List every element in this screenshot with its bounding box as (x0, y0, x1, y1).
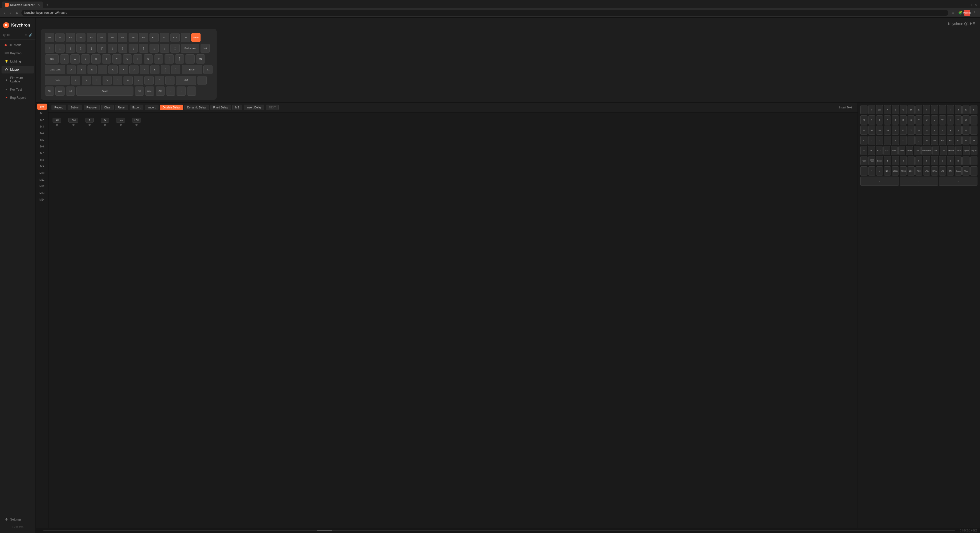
key-3[interactable]: #3 (76, 44, 86, 53)
timeline-key-4[interactable]: 1ms (116, 118, 125, 123)
key-2[interactable]: @2 (66, 44, 75, 53)
key-f1[interactable]: F1 (56, 33, 65, 42)
disable-delay-button[interactable]: Disable Delay (160, 105, 183, 110)
key-f8[interactable]: F8 (129, 33, 138, 42)
key-f10[interactable]: F10 (150, 33, 159, 42)
panel-key-minus4[interactable]: - (970, 166, 977, 175)
panel-key-blank[interactable] (860, 105, 867, 114)
macro-item-m12[interactable]: M12 (37, 183, 47, 189)
key-capslock[interactable]: Caps Lock (45, 65, 65, 74)
key-f9[interactable]: F9 (139, 33, 148, 42)
key-4[interactable]: $4 (87, 44, 96, 53)
panel-key-dot2[interactable]: . (860, 166, 867, 175)
key-m1[interactable]: M1 (196, 54, 205, 64)
panel-key-lctrl2[interactable]: LCtrl (908, 166, 915, 175)
macro-item-m5[interactable]: M5 (37, 137, 47, 143)
key-0[interactable]: )0 (150, 44, 159, 53)
panel-key-pf5[interactable]: F5 (955, 136, 962, 145)
back-button[interactable]: ‹ (3, 10, 6, 16)
panel-key-pgdn[interactable]: PgDn (970, 146, 977, 155)
panel-key-x[interactable]: X (947, 115, 954, 124)
key-f6[interactable]: F6 (108, 33, 117, 42)
key-1[interactable]: !1 (56, 44, 65, 53)
panel-key-pf3[interactable]: F3 (939, 136, 946, 145)
panel-key-lt[interactable]: < (900, 136, 907, 145)
panel-key-num4[interactable]: 4 (908, 156, 915, 165)
panel-key-tilde2[interactable]: ~` (860, 136, 867, 145)
panel-key-blank2[interactable] (970, 126, 977, 135)
key-lbracket[interactable]: {[ (165, 54, 174, 64)
panel-key-q[interactable]: Q (892, 115, 899, 124)
key-rbracket[interactable]: }] (175, 54, 184, 64)
panel-key-dollar4[interactable]: $4 (876, 126, 883, 135)
sidebar-item-macro[interactable]: ⬡ Macro (2, 66, 34, 73)
panel-key-pf10[interactable]: F10 (868, 146, 875, 155)
key-m0[interactable]: M0 (200, 44, 210, 53)
key-i[interactable]: I (133, 54, 142, 64)
panel-key-pf4[interactable]: F4 (947, 136, 954, 145)
panel-key-minus2[interactable]: - (931, 126, 938, 135)
panel-key-print[interactable]: Print (891, 146, 898, 155)
panel-key-blank4[interactable] (970, 156, 977, 165)
panel-key-rctrl2[interactable]: RCtrl (915, 166, 923, 175)
panel-key-num8[interactable]: 8 (939, 156, 946, 165)
panel-key-o[interactable]: O (876, 115, 883, 124)
macro-item-m3[interactable]: M3 (37, 124, 47, 130)
panel-key-caret6[interactable]: ^6 (892, 126, 899, 135)
key-mute[interactable]: Mute (191, 33, 200, 42)
key-right[interactable]: → (187, 86, 196, 95)
panel-key-n[interactable]: N (868, 115, 875, 124)
panel-key-j[interactable]: J (955, 105, 962, 114)
text-button[interactable]: TEXT (266, 105, 278, 110)
panel-key-scroll[interactable]: Scroll (898, 146, 905, 155)
key-w[interactable]: W (70, 54, 80, 64)
panel-key-y[interactable]: Y (955, 115, 962, 124)
panel-key-dot[interactable]: . (884, 136, 891, 145)
panel-key-b2[interactable]: B (955, 156, 962, 165)
sidebar-item-keymap[interactable]: ⌨ Keymap (2, 49, 34, 57)
macro-item-m7[interactable]: M7 (37, 150, 47, 156)
key-ralt[interactable]: Alt (135, 86, 144, 95)
sidebar-item-firmware[interactable]: ↓ Firmware Update (2, 74, 34, 85)
panel-key-pipe[interactable]: | (970, 115, 977, 124)
key-q[interactable]: Q (60, 54, 69, 64)
panel-key-rb[interactable]: ]} (955, 126, 962, 135)
clear-button[interactable]: Clear (101, 105, 113, 110)
key-enter[interactable]: Enter (182, 65, 202, 74)
panel-key-l[interactable]: L (970, 105, 977, 114)
panel-key-g[interactable]: G (931, 105, 938, 114)
key-slash[interactable]: ?/ (165, 76, 175, 85)
panel-key-rshift[interactable]: RShift (900, 166, 907, 175)
panel-key-pct5[interactable]: %5 (884, 126, 891, 135)
panel-key-c[interactable]: C (900, 105, 907, 114)
panel-key-num3[interactable]: 3 (900, 156, 907, 165)
panel-key-pf9[interactable]: F9 (860, 146, 867, 155)
key-f3[interactable]: F3 (76, 33, 86, 42)
panel-key-star8[interactable]: *8 (908, 126, 915, 135)
key-backslash[interactable]: |\ (186, 54, 195, 64)
panel-key-num1[interactable]: 1 (884, 156, 891, 165)
import-button[interactable]: Import (145, 105, 158, 110)
key-e[interactable]: E (81, 54, 90, 64)
minimize-button[interactable]: ─ (968, 3, 970, 6)
address-bar[interactable] (21, 10, 948, 16)
panel-key-blank3[interactable] (963, 156, 970, 165)
panel-key-rcurl[interactable]: } (915, 136, 923, 145)
panel-key-lb[interactable]: [{ (947, 126, 954, 135)
key-lalt[interactable]: Alt (66, 86, 75, 95)
sidebar-item-bug-report[interactable]: ⚑ Bug Report (2, 94, 34, 102)
key-equals[interactable]: += (170, 44, 180, 53)
key-h[interactable]: H (119, 65, 128, 74)
panel-key-d[interactable]: D (908, 105, 915, 114)
panel-key-b[interactable]: B (892, 105, 899, 114)
forward-button[interactable]: › (8, 10, 12, 16)
panel-key-backspace2[interactable]: Backspace (921, 146, 932, 155)
key-period[interactable]: >. (155, 76, 164, 85)
panel-key-lalt[interactable]: LAlt (939, 166, 946, 175)
panel-key-pf2[interactable]: F2 (931, 136, 938, 145)
menu-icon[interactable]: ⋮ (971, 10, 977, 16)
key-7[interactable]: &7 (118, 44, 127, 53)
key-k[interactable]: K (140, 65, 149, 74)
sidebar-item-lighting[interactable]: 💡 Lighting (2, 58, 34, 65)
link-icon[interactable]: 🔗 (29, 33, 32, 37)
